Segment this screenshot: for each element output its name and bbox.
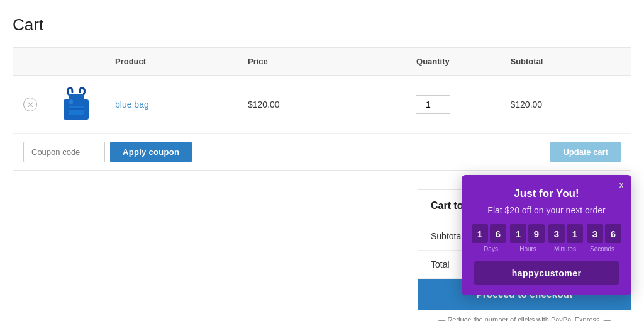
col-remove [13,48,48,76]
popup-title: Just for You! [474,188,619,200]
cart-actions: Apply coupon Update cart [13,134,631,171]
col-qty-header: Quantity [365,48,500,76]
total-label: Total [431,259,450,269]
days-digit-2: 6 [490,224,506,243]
apply-coupon-button[interactable]: Apply coupon [110,142,192,162]
table-row: ✕ [13,76,631,134]
coupon-section: Apply coupon [23,142,192,162]
quantity-input[interactable] [416,95,450,114]
minutes-digit-2: 1 [567,224,583,243]
hours-group: 1 9 [510,224,545,243]
col-image [47,48,105,76]
days-label: Days [474,245,508,252]
col-subtotal-header: Subtotal [500,48,631,76]
minutes-digit-1: 3 [548,224,565,243]
cart-table: Product Price Quantity Subtotal ✕ [13,47,631,134]
hours-digit-2: 9 [528,224,545,243]
hours-label: Hours [511,245,545,252]
popup-description: Flat $20 off on your next order [474,205,619,215]
update-cart-button[interactable]: Update cart [550,142,621,162]
minutes-group: 3 1 [548,224,583,243]
seconds-digit-1: 3 [587,224,603,243]
seconds-digit-2: 6 [605,224,621,243]
col-price-header: Price [238,48,365,76]
page-container: Cart Product Price Quantity Subtotal ✕ [0,0,644,321]
svg-rect-2 [69,106,84,115]
coupon-input[interactable] [23,142,105,162]
paypal-note: — Reduce the number of clicks with PayPa… [431,316,618,321]
seconds-label: Seconds [586,245,619,252]
days-digit-1: 1 [472,224,488,243]
remove-item-button[interactable]: ✕ [23,98,37,111]
product-link[interactable]: blue bag [115,99,149,110]
col-product-header: Product [105,48,238,76]
hours-digit-1: 1 [510,224,526,243]
product-image [57,86,95,123]
product-price: $120.00 [248,99,280,110]
minutes-label: Minutes [548,245,582,252]
svg-point-4 [69,99,73,104]
days-group: 1 6 [472,224,506,243]
product-subtotal: $120.00 [510,99,542,110]
page-title: Cart [13,15,631,35]
promo-code-button[interactable]: happycustomer [474,261,619,285]
popup-close-button[interactable]: x [619,180,624,190]
countdown-timer: 1 6 1 9 3 1 3 6 [474,224,619,243]
subtotal-label: Subtotal [431,231,463,241]
seconds-group: 3 6 [587,224,621,243]
paypal-section: — Reduce the number of clicks with PayPa… [418,310,631,321]
promo-popup: x Just for You! Flat $20 off on your nex… [462,175,631,295]
countdown-labels: Days Hours Minutes Seconds [474,245,619,252]
